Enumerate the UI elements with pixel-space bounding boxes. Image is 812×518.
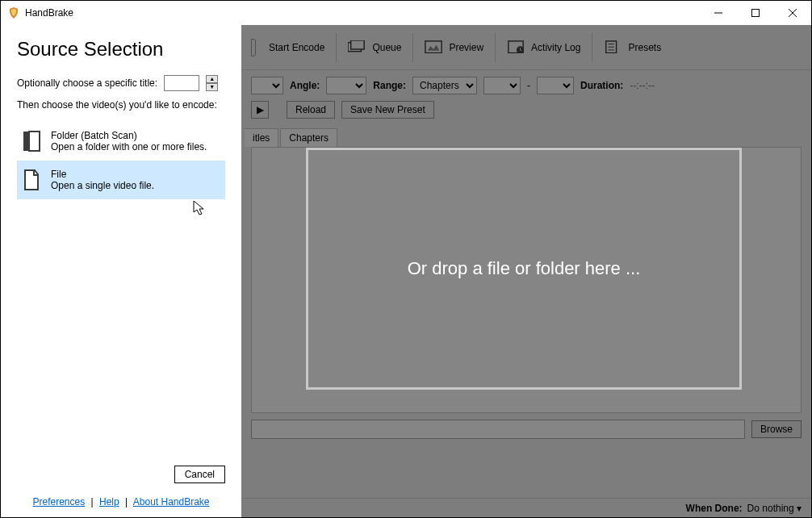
svg-rect-0 bbox=[752, 10, 760, 17]
specific-title-input[interactable] bbox=[164, 75, 199, 91]
app-icon bbox=[7, 6, 20, 19]
minimize-button[interactable] bbox=[700, 1, 737, 25]
source-selection-heading: Source Selection bbox=[17, 38, 225, 61]
spinner-down-button[interactable]: ▼ bbox=[206, 83, 218, 91]
source-selection-panel: Source Selection Optionally choose a spe… bbox=[1, 25, 241, 517]
folder-option-sub: Open a folder with one or more files. bbox=[51, 141, 207, 152]
specific-title-spinner[interactable]: ▲ ▼ bbox=[206, 75, 218, 91]
file-icon bbox=[22, 169, 41, 191]
folder-option[interactable]: Folder (Batch Scan) Open a folder with o… bbox=[17, 122, 225, 161]
footer-links: Preferences | Help | About HandBrake bbox=[17, 496, 225, 508]
title-bar: HandBrake bbox=[1, 1, 811, 25]
file-option-sub: Open a single video file. bbox=[51, 180, 154, 191]
help-link[interactable]: Help bbox=[99, 496, 119, 508]
about-link[interactable]: About HandBrake bbox=[133, 496, 210, 508]
close-button[interactable] bbox=[774, 1, 811, 25]
preferences-link[interactable]: Preferences bbox=[32, 496, 85, 508]
folder-icon bbox=[22, 130, 41, 152]
svg-rect-2 bbox=[29, 132, 40, 151]
spinner-up-button[interactable]: ▲ bbox=[206, 75, 218, 83]
folder-option-title: Folder (Batch Scan) bbox=[51, 130, 207, 141]
cancel-button[interactable]: Cancel bbox=[174, 466, 225, 483]
file-option-title: File bbox=[51, 169, 154, 180]
drop-zone-text: Or drop a file or folder here ... bbox=[408, 258, 641, 279]
then-choose-label: Then choose the video(s) you'd like to e… bbox=[17, 99, 225, 111]
drop-zone[interactable]: Or drop a file or folder here ... bbox=[306, 148, 742, 390]
title-text: HandBrake bbox=[25, 7, 73, 19]
file-option[interactable]: File Open a single video file. bbox=[17, 161, 225, 199]
maximize-button[interactable] bbox=[737, 1, 774, 25]
specific-title-label: Optionally choose a specific title: bbox=[17, 77, 157, 89]
